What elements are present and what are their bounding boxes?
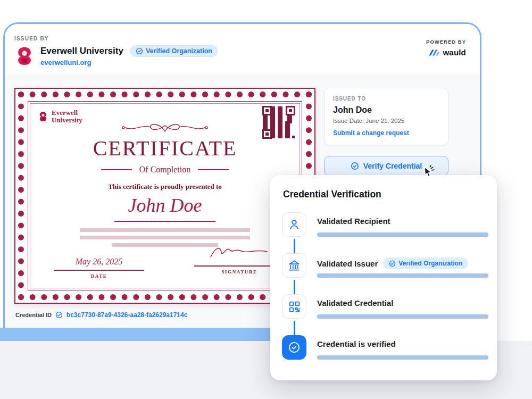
user-icon <box>287 218 301 231</box>
step-icon-box <box>282 335 306 360</box>
qr-code <box>262 106 295 139</box>
qr-icon <box>288 300 301 313</box>
cert-org-line2: University <box>52 117 82 124</box>
bank-icon <box>287 259 301 272</box>
everwell-logo-small <box>38 111 48 122</box>
step-progress-bar <box>317 314 488 319</box>
step-label: Validated Credential <box>317 298 393 307</box>
step-connector <box>294 239 295 253</box>
step-label: Validated Recipient <box>317 217 390 226</box>
certificate-title: CERTIFICATE <box>15 136 314 161</box>
step-icon-box <box>282 253 306 278</box>
date-label: DATE <box>54 273 144 279</box>
step-icon-box <box>282 294 306 319</box>
cert-org-line1: Everwell <box>52 109 82 117</box>
submit-change-request-link[interactable]: Submit a change request <box>333 129 439 137</box>
step-progress-bar <box>317 273 488 278</box>
issued-to-name: John Doe <box>333 105 439 115</box>
issue-date: Issue Date: June 21, 2025 <box>333 118 439 124</box>
recipient-name: John Doe <box>15 194 314 217</box>
verified-organization-badge: Verified Organization <box>383 257 468 269</box>
step-label: Credential is verified <box>317 339 396 348</box>
powered-by-label: POWERED BY <box>426 39 466 45</box>
step-connector <box>294 280 295 294</box>
brand-name: wauld <box>443 48 466 57</box>
step-connector <box>294 321 295 335</box>
step-icon-box <box>282 212 306 237</box>
step-progress-bar <box>317 232 488 237</box>
everwell-logo <box>14 46 35 66</box>
card-header: ISSUED BY Everwell University Verified O… <box>5 24 480 76</box>
presented-text: This certificate is proudly presented to <box>15 182 314 191</box>
org-url-link[interactable]: everwelluni.org <box>40 59 218 66</box>
seal-check-icon <box>287 340 301 354</box>
wauld-logo <box>428 49 440 56</box>
step-label: Validated Issuer Verified Organization <box>317 257 468 269</box>
credential-verification-modal: Credential Verification Validated Recipi… <box>270 175 497 380</box>
modal-title: Credential Verification <box>283 189 381 200</box>
page: ISSUED BY Everwell University Verified O… <box>0 0 532 399</box>
issued-by-label: ISSUED BY <box>14 36 49 41</box>
check-circle-icon <box>136 47 143 55</box>
credential-id-value[interactable]: bc3c7730-87a9-4326-aa28-fa2629a1714c <box>66 311 188 319</box>
signature-scribble <box>207 244 271 260</box>
flourish-ornament <box>109 119 221 136</box>
issued-to-label: ISSUED TO <box>333 96 439 102</box>
verified-organization-badge: Verified Organization <box>130 45 218 57</box>
issued-to-card: ISSUED TO John Doe Issue Date: June 21, … <box>324 88 448 145</box>
cursor-pointer-icon <box>421 165 436 180</box>
step-progress-bar <box>317 355 488 360</box>
org-name: Everwell University <box>40 46 123 56</box>
link-check-icon <box>55 311 63 319</box>
certificate-date: May 26, 2025 <box>54 257 144 267</box>
check-circle-icon <box>389 260 396 267</box>
credential-id-label: Credential ID <box>15 312 52 318</box>
certificate-subtitle: Of Completion <box>139 165 190 174</box>
check-circle-icon <box>351 162 359 170</box>
